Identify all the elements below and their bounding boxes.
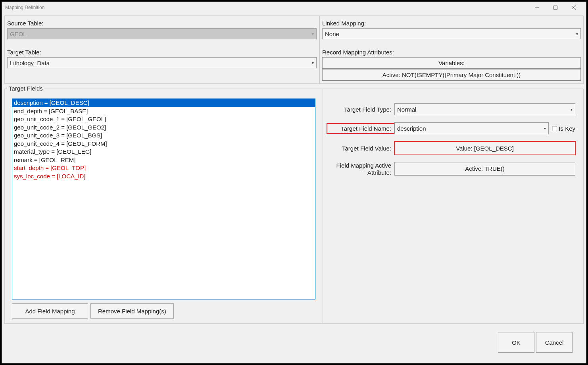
field-mapping-active-text: Active: TRUE() <box>465 165 505 172</box>
list-item[interactable]: start_depth = [GEOL_TOP] <box>12 164 315 172</box>
close-button[interactable] <box>565 2 583 13</box>
list-item[interactable]: material_type = [GEOL_LEG] <box>12 148 315 156</box>
svg-rect-0 <box>554 6 557 10</box>
source-table-label: Source Table: <box>7 17 317 28</box>
maximize-button[interactable] <box>546 2 565 13</box>
remove-field-mapping-label: Remove Field Mapping(s) <box>98 308 166 315</box>
source-table-value: GEOL <box>10 31 27 37</box>
target-table-label: Target Table: <box>7 46 317 57</box>
target-field-value-button[interactable]: Value: [GEOL_DESC] <box>394 141 575 155</box>
list-item[interactable]: description = [GEOL_DESC] <box>12 99 315 107</box>
active-expression-button[interactable]: Active: NOT(ISEMPTY([Primary Major Const… <box>322 69 581 81</box>
titlebar: Mapping Definition <box>2 2 586 13</box>
target-field-type-label: Target Field Type: <box>327 106 394 113</box>
list-item[interactable]: sys_loc_code = [LOCA_ID] <box>12 172 315 181</box>
target-field-type-value: Normal <box>397 106 416 113</box>
add-field-mapping-button[interactable]: Add Field Mapping <box>12 303 88 319</box>
linked-mapping-label: Linked Mapping: <box>322 17 581 28</box>
is-key-label: Is Key <box>559 125 575 132</box>
field-mapping-active-button[interactable]: Active: TRUE() <box>394 162 575 176</box>
list-item[interactable]: geo_unit_code_2 = [GEOL_GEO2] <box>12 124 315 132</box>
target-field-type-select[interactable]: Normal ▾ <box>394 103 575 115</box>
ok-button[interactable]: OK <box>498 332 534 353</box>
chevron-down-icon: ▾ <box>576 32 578 36</box>
remove-field-mapping-button[interactable]: Remove Field Mapping(s) <box>90 303 174 319</box>
mapping-definition-window: Mapping Definition Source Table: GEOL ▾ … <box>2 2 586 363</box>
target-field-name-value: description <box>397 125 426 132</box>
list-item[interactable]: geo_unit_code_3 = [GEOL_BGS] <box>12 131 315 140</box>
variables-button[interactable]: Variables: <box>322 57 581 69</box>
minimize-button[interactable] <box>528 2 546 13</box>
window-title: Mapping Definition <box>5 5 44 10</box>
chevron-down-icon: ▾ <box>312 61 314 65</box>
list-item[interactable]: end_depth = [GEOL_BASE] <box>12 107 315 116</box>
target-fields-listbox[interactable]: description = [GEOL_DESC]end_depth = [GE… <box>12 98 315 299</box>
target-table-value: Lithology_Data <box>10 60 50 66</box>
chevron-down-icon: ▾ <box>571 107 573 112</box>
target-table-select[interactable]: Lithology_Data ▾ <box>7 57 317 68</box>
field-mapping-active-label: Field Mapping Active Attribute: <box>327 162 394 176</box>
record-attrs-label: Record Mapping Attributes: <box>322 46 581 57</box>
source-table-select[interactable]: GEOL ▾ <box>7 28 317 39</box>
target-field-value-text: Value: [GEOL_DESC] <box>456 145 514 152</box>
chevron-down-icon: ▾ <box>544 126 546 131</box>
target-field-value-label: Target Field Value: <box>327 145 394 152</box>
list-item[interactable]: geo_unit_code_4 = [GEOL_FORM] <box>12 140 315 148</box>
add-field-mapping-label: Add Field Mapping <box>25 308 75 315</box>
cancel-label: Cancel <box>545 339 564 346</box>
target-fields-legend: Target Fields <box>7 85 44 92</box>
linked-mapping-panel: Linked Mapping: None ▾ Record Mapping At… <box>319 15 584 84</box>
is-key-checkbox[interactable] <box>552 126 557 131</box>
variables-button-label: Variables: <box>438 60 465 66</box>
list-item[interactable]: geo_unit_code_1 = [GEOL_GEOL] <box>12 115 315 124</box>
target-field-name-select[interactable]: description ▾ <box>394 122 549 134</box>
cancel-button[interactable]: Cancel <box>536 332 573 353</box>
linked-mapping-select[interactable]: None ▾ <box>322 28 581 39</box>
dialog-footer: OK Cancel <box>4 324 584 361</box>
source-target-panel: Source Table: GEOL ▾ Target Table: Litho… <box>4 15 319 84</box>
linked-mapping-value: None <box>325 31 339 37</box>
active-expression-label: Active: NOT(ISEMPTY([Primary Major Const… <box>382 71 521 78</box>
ok-label: OK <box>512 339 521 346</box>
chevron-down-icon: ▾ <box>312 32 314 36</box>
target-fields-fieldset: Target Fields description = [GEOL_DESC]e… <box>4 89 584 324</box>
target-field-name-label: Target Field Name: <box>327 124 394 133</box>
list-item[interactable]: remark = [GEOL_REM] <box>12 156 315 164</box>
